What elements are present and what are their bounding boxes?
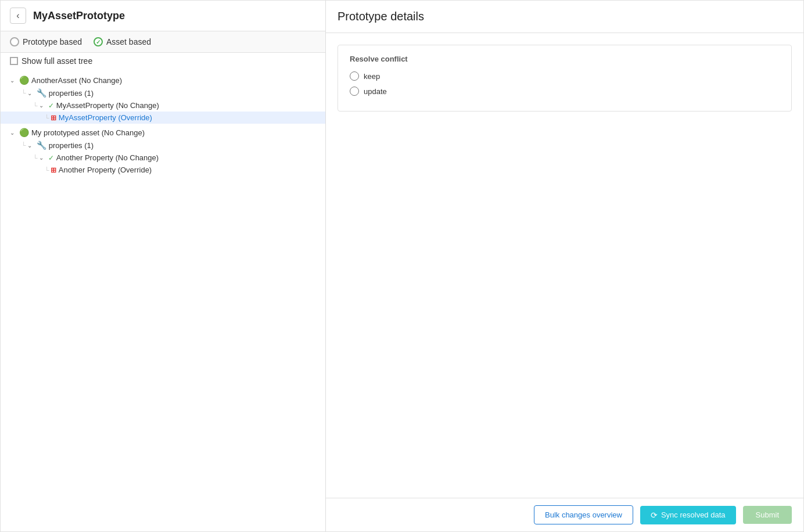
submit-button[interactable]: Submit [743,506,792,524]
chevron-icon: ⌄ [39,102,47,109]
sync-resolved-button[interactable]: ⟳ Sync resolved data [640,506,736,524]
tree-branch-line: └ [45,167,49,174]
tree-label: Another Property (Override) [59,166,152,174]
left-header: ‹ MyAssetPrototype [1,1,325,31]
chevron-icon: ⌄ [39,154,47,161]
sync-icon: ⟳ [651,511,658,520]
tree-label: properties (1) [49,89,94,98]
tree-label: My prototyped asset (No Change) [31,128,145,137]
chevron-icon: ⌄ [10,77,18,84]
view-options: Prototype based Asset based [1,31,325,53]
check-icon: ✓ [48,154,54,162]
properties-icon: 🔧 [37,141,46,150]
tree-label: Another Property (No Change) [56,153,159,162]
show-full-tree-option[interactable]: Show full asset tree [1,53,325,69]
update-option-row: update [350,87,780,96]
asset-icon: 🟢 [19,76,29,85]
override-icon: ⊞ [51,114,56,122]
prototype-based-radio [10,37,19,46]
keep-option-row: keep [350,71,780,81]
properties-icon: 🔧 [37,88,46,98]
tree-node-another-property-override[interactable]: └ ⊞ Another Property (Override) [1,164,325,176]
prototype-based-option[interactable]: Prototype based [10,37,82,46]
tree-label: AnotherAsset (No Change) [31,76,122,85]
bulk-changes-button[interactable]: Bulk changes overview [534,505,633,524]
show-full-tree-label: Show full asset tree [21,56,92,66]
tree-label: MyAssetProperty (No Change) [56,101,159,110]
update-label: update [364,87,387,96]
resolve-conflict-title: Resolve conflict [350,55,780,63]
right-panel: Prototype details Resolve conflict keep … [326,1,803,531]
chevron-icon: ⌄ [27,90,35,96]
right-panel-title: Prototype details [338,10,424,23]
page-title: MyAssetPrototype [33,10,125,22]
tree-node-another-property-nochange[interactable]: └ ⌄ ✓ Another Property (No Change) [1,152,325,164]
tree-branch-line: └ [45,114,49,121]
right-content: Resolve conflict keep update [326,33,803,498]
submit-label: Submit [756,511,779,519]
tree-branch-line: └ [21,89,26,96]
bulk-changes-label: Bulk changes overview [545,511,622,519]
bottom-bar: Bulk changes overview ⟳ Sync resolved da… [326,498,803,531]
right-header: Prototype details [326,1,803,33]
chevron-icon: ⌄ [27,142,35,149]
sync-resolved-label: Sync resolved data [661,511,726,519]
chevron-icon: ⌄ [10,130,18,136]
resolve-conflict-box: Resolve conflict keep update [338,45,792,112]
show-full-tree-checkbox [10,57,18,65]
tree-branch-line: └ [33,154,38,161]
back-button[interactable]: ‹ [10,8,26,24]
tree-node-properties-2[interactable]: └ ⌄ 🔧 properties (1) [1,139,325,152]
tree-node-another-asset[interactable]: ⌄ 🟢 AnotherAsset (No Change) [1,74,325,87]
asset-based-option[interactable]: Asset based [94,37,151,46]
asset-based-radio [94,37,103,46]
tree-branch-line: └ [21,142,26,149]
asset-based-label: Asset based [106,37,151,46]
tree-branch-line: └ [33,102,38,109]
check-icon: ✓ [48,102,54,110]
tree-label: properties (1) [49,141,94,150]
tree-node-myasset-property-override[interactable]: └ ⊞ MyAssetProperty (Override) [1,112,325,124]
asset-icon: 🟢 [19,128,29,137]
left-panel: ‹ MyAssetPrototype Prototype based Asset… [1,1,326,531]
tree-node-properties-1[interactable]: └ ⌄ 🔧 properties (1) [1,87,325,99]
back-icon: ‹ [16,10,19,21]
keep-label: keep [364,72,380,81]
tree-node-myasset-property-nochange[interactable]: └ ⌄ ✓ MyAssetProperty (No Change) [1,99,325,112]
update-radio[interactable] [350,87,359,96]
tree-label: MyAssetProperty (Override) [59,113,152,122]
override-icon: ⊞ [51,166,56,174]
prototype-based-label: Prototype based [23,37,82,46]
keep-radio[interactable] [350,71,359,81]
tree-container: ⌄ 🟢 AnotherAsset (No Change) └ ⌄ 🔧 prope… [1,69,325,531]
tree-node-my-prototyped-asset[interactable]: ⌄ 🟢 My prototyped asset (No Change) [1,126,325,139]
